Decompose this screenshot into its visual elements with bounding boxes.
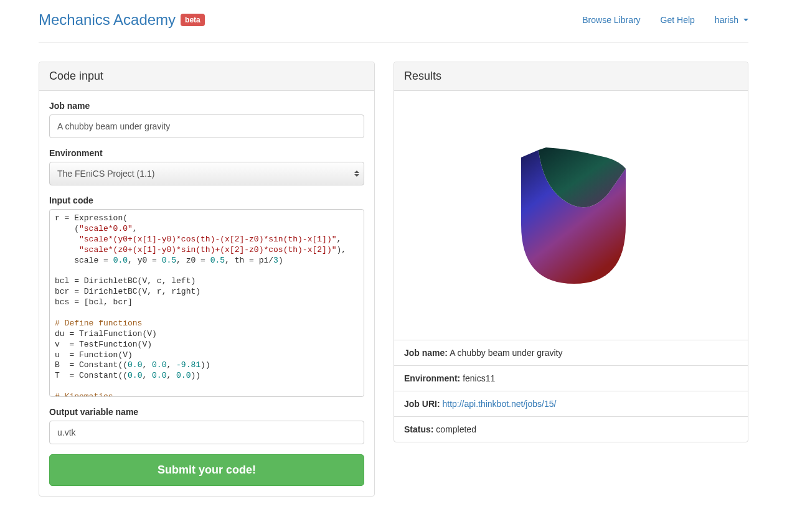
brand-title[interactable]: Mechanics Academy [39, 11, 176, 29]
results-panel: Results [394, 62, 748, 442]
navbar: Mechanics Academy beta Browse Library Ge… [39, 0, 748, 43]
code-editor[interactable]: r = Expression( ("scale*0.0", "scale*(y0… [49, 209, 364, 397]
output-var-input[interactable] [49, 421, 364, 444]
nav-get-help[interactable]: Get Help [661, 15, 695, 25]
deformed-beam-icon [509, 144, 633, 287]
beta-badge: beta [181, 14, 205, 26]
result-status-value: completed [436, 424, 476, 434]
code-input-heading: Code input [39, 62, 374, 91]
output-var-label: Output variable name [49, 407, 364, 417]
job-name-label: Job name [49, 101, 364, 111]
nav-right: Browse Library Get Help harish [582, 15, 748, 25]
result-job-name-label: Job name: [404, 348, 448, 358]
result-job-uri: Job URI: http://api.thinkbot.net/jobs/15… [394, 391, 748, 416]
code-input-panel: Code input Job name Environment The FEni… [39, 62, 375, 497]
result-env-value: fenics11 [463, 373, 495, 383]
result-uri-link[interactable]: http://api.thinkbot.net/jobs/15/ [442, 399, 556, 409]
job-name-input[interactable] [49, 114, 364, 138]
environment-label: Environment [49, 148, 364, 158]
result-status-label: Status: [404, 424, 433, 434]
result-visualization[interactable] [394, 91, 748, 340]
nav-user-menu[interactable]: harish [715, 15, 748, 25]
nav-user-label: harish [715, 15, 738, 25]
chevron-down-icon [743, 19, 748, 21]
results-heading: Results [394, 62, 748, 91]
result-env-label: Environment: [404, 373, 460, 383]
nav-browse-library[interactable]: Browse Library [582, 15, 640, 25]
result-job-name-value: A chubby beam under gravity [450, 348, 562, 358]
result-uri-label: Job URI: [404, 399, 440, 409]
result-status: Status: completed [394, 416, 748, 442]
brand: Mechanics Academy beta [39, 11, 205, 29]
result-environment: Environment: fenics11 [394, 365, 748, 391]
result-job-name: Job name: A chubby beam under gravity [394, 340, 748, 365]
environment-select[interactable]: The FEniCS Project (1.1) [49, 162, 364, 185]
input-code-label: Input code [49, 195, 364, 205]
submit-button[interactable]: Submit your code! [49, 454, 364, 486]
